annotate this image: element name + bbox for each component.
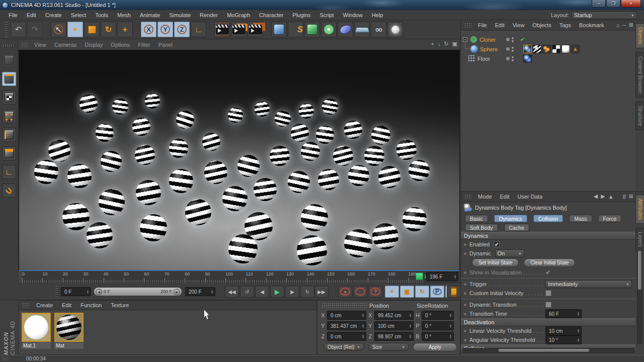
rotate-tool-icon[interactable]: ↻ [101, 22, 116, 37]
material-menu-item[interactable]: Create [32, 301, 57, 309]
panel-drag-handle[interactable] [464, 194, 471, 199]
material-tag-icon[interactable] [533, 45, 541, 53]
range-left-handle[interactable]: ◀ [96, 289, 102, 295]
object-name[interactable]: Sphere [480, 46, 498, 52]
playhead-marker[interactable] [416, 273, 423, 280]
generator-icon[interactable] [304, 22, 320, 37]
enabled-checkbox[interactable]: ✔ [494, 241, 500, 247]
make-editable-icon[interactable] [2, 53, 16, 67]
menu-item[interactable]: Window [339, 11, 367, 19]
attribute-tab[interactable]: Basic [465, 215, 488, 222]
menu-item[interactable]: Script [315, 11, 338, 19]
object-manager-menu-item[interactable]: View [509, 21, 529, 29]
attribute-tab[interactable]: Dynamics [494, 215, 527, 222]
panel-drag-handle[interactable] [464, 23, 471, 28]
Mat[interactable]: Mat [54, 313, 84, 349]
titlebar[interactable]: CINEMA 4D R13.061 Studio - [Untitled 1 *… [0, 0, 644, 10]
apply-button[interactable]: Apply [413, 343, 457, 351]
keyframe-help-button[interactable]: ? [368, 286, 382, 298]
texture-mode-icon[interactable] [2, 90, 16, 105]
stepper-icon[interactable]: ▲▼ [87, 290, 89, 294]
mograph-icon[interactable] [321, 22, 337, 37]
rotation-field[interactable]: 0 °▲▼ [422, 332, 454, 341]
menu-item[interactable]: Render [195, 11, 222, 19]
material-thumbnail[interactable] [22, 313, 51, 342]
link-icon[interactable]: 8 [623, 194, 626, 200]
toolbar-drag-handle[interactable] [3, 44, 15, 47]
material-menu-item[interactable]: Edit [57, 301, 76, 309]
object-manager-menu-item[interactable]: Bookmark [575, 21, 608, 29]
panel-drag-handle[interactable] [18, 271, 22, 283]
toolbar-drag-handle[interactable] [55, 286, 58, 297]
last-tool-icon[interactable]: + [117, 22, 133, 37]
material-name[interactable]: Mat [54, 342, 84, 349]
scrollbar-thumb[interactable] [499, 349, 589, 352]
attribute-tab[interactable]: Cache [504, 224, 529, 231]
custom-velocity-checkbox[interactable] [545, 290, 551, 296]
up-icon[interactable]: ▲ [608, 194, 614, 200]
enable-dot[interactable] [506, 38, 510, 41]
menu-item[interactable]: Create [41, 11, 66, 19]
viewport-menu-item[interactable]: Cameras [50, 41, 81, 49]
goto-start-button[interactable]: ◀◀ [225, 286, 239, 298]
object-manager-menu-item[interactable]: Edit [491, 21, 509, 29]
object-name[interactable]: Floor [477, 56, 490, 62]
panel-drag-handle[interactable] [22, 303, 29, 308]
minimize-button[interactable]: − [592, 0, 606, 8]
panel-drag-handle[interactable] [2, 357, 9, 361]
menu-item[interactable]: Tools [91, 11, 113, 19]
loop-button[interactable]: ↻ [300, 286, 314, 298]
collapse-icon[interactable]: − [622, 22, 625, 28]
size-field[interactable]: 99.452 cm▲▼ [374, 311, 414, 320]
manager-side-tab[interactable]: Objects [635, 23, 644, 48]
key-rotation-icon[interactable]: ↻ [415, 286, 429, 298]
rotation-field[interactable]: 0 °▲▼ [422, 311, 454, 320]
primitive-cube-icon[interactable] [271, 22, 287, 37]
manager-side-tab[interactable]: Attributes [635, 195, 644, 224]
back-icon[interactable]: ◀ [594, 193, 598, 200]
record-keyframe-button[interactable]: ● [338, 286, 352, 298]
viewport-menu-item[interactable]: Display [80, 41, 107, 49]
rotate-view-icon[interactable]: ↻ [444, 41, 448, 47]
environment-icon[interactable] [354, 22, 370, 37]
viewport-menu-item[interactable]: Panel [154, 41, 177, 49]
toolbar-drag-handle[interactable] [5, 22, 8, 37]
position-field[interactable]: 0 cm▲▼ [327, 332, 366, 341]
manager-side-tab[interactable]: Layers [635, 228, 644, 251]
edge-mode-icon[interactable] [2, 128, 16, 142]
coordinate-mode-dropdown[interactable]: Object (Rel)▼ [324, 343, 364, 351]
play-reverse-button[interactable]: ↺ [240, 286, 254, 298]
goto-end-button[interactable]: ▶▶ [314, 286, 329, 298]
particle-tag-icon[interactable] [542, 45, 551, 53]
zoom-view-icon[interactable]: ↓ [438, 41, 441, 47]
forward-icon[interactable]: ▶ [601, 193, 605, 200]
manager-side-tab[interactable]: Structure [635, 102, 644, 130]
material-name[interactable]: Mat.1 [22, 342, 51, 349]
viewport-menu-item[interactable]: Filter [134, 41, 154, 49]
maximize-button[interactable]: ❐ [606, 0, 620, 8]
enable-dot[interactable] [506, 57, 510, 60]
object-row-floor[interactable]: Floor [461, 54, 635, 63]
current-frame-field[interactable]: 196 F ▲▼ [426, 272, 458, 281]
size-field[interactable]: 98.907 cm▲▼ [374, 332, 414, 341]
texture-tag-icon[interactable] [561, 45, 570, 53]
menu-item[interactable]: MoGraph [222, 11, 255, 19]
maximize-view-icon[interactable]: ▣ [452, 41, 457, 47]
stepper-icon[interactable]: ▲▼ [211, 290, 213, 294]
scale-tool-icon[interactable] [84, 22, 100, 37]
panel-drag-handle[interactable] [21, 42, 28, 47]
position-field[interactable]: 381.437 cm▲▼ [327, 321, 366, 330]
render-view-icon[interactable] [214, 22, 230, 37]
pan-view-icon[interactable]: + [431, 41, 434, 47]
timeline-ruler[interactable]: 0102030405060708090100110120130140150160… [18, 271, 460, 283]
angular-threshold-field[interactable]: 10 ° ▲▼ [545, 335, 582, 344]
enable-dot[interactable] [506, 47, 510, 51]
Mat.1[interactable]: Mat.1 [22, 313, 51, 349]
clear-initial-state-button[interactable]: Clear Initial State [524, 258, 575, 267]
key-scale-icon[interactable]: ▣ [400, 286, 414, 298]
attribute-tab[interactable]: Collision [533, 215, 564, 222]
dynamic-dropdown[interactable]: On▼ [495, 249, 524, 257]
next-frame-button[interactable]: ▶ [285, 286, 299, 298]
menu-item[interactable]: Mesh [113, 11, 135, 19]
camera-icon[interactable]: oo [371, 22, 386, 37]
